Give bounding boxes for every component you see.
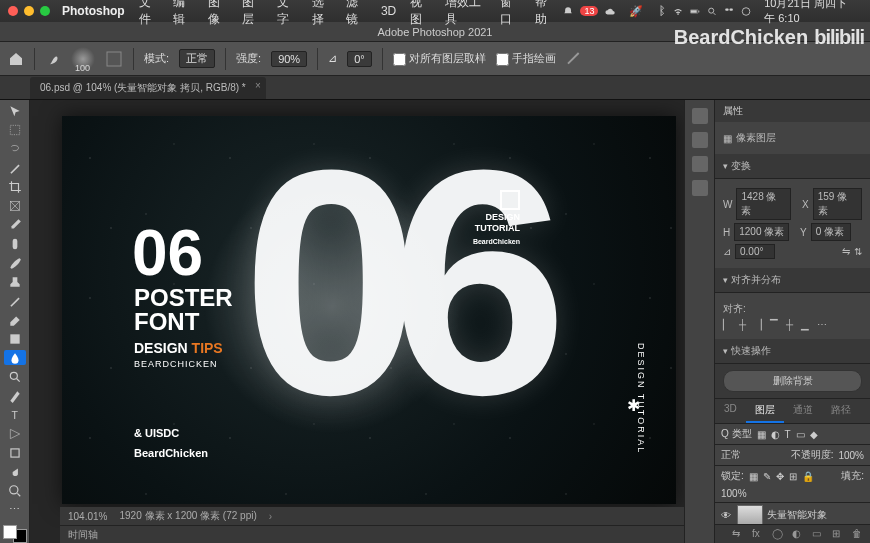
frame-tool[interactable]	[4, 199, 26, 214]
lasso-tool[interactable]	[4, 142, 26, 157]
history-brush-tool[interactable]	[4, 294, 26, 309]
blend-mode-select[interactable]: 正常	[179, 49, 215, 68]
filter-adjust-icon[interactable]: ◐	[771, 429, 780, 440]
delete-layer-icon[interactable]: 🗑	[852, 528, 864, 540]
menubar-clock[interactable]: 10月21日 周四下午 6:10	[758, 0, 862, 26]
pen-tool[interactable]	[4, 388, 26, 403]
y-input[interactable]: 0 像素	[811, 223, 851, 241]
gradient-tool[interactable]	[4, 331, 26, 346]
dodge-tool[interactable]	[4, 369, 26, 384]
angle-input[interactable]: 0.00°	[735, 244, 775, 259]
notification-icon[interactable]	[563, 5, 573, 18]
panel-icon-3[interactable]	[692, 156, 708, 172]
menu-plugins[interactable]: 增效工具	[439, 0, 492, 28]
layer-name[interactable]: 失量智能对象	[767, 508, 827, 522]
layer-mask-icon[interactable]: ◯	[772, 528, 784, 540]
panel-icon-1[interactable]	[692, 108, 708, 124]
menu-layer[interactable]: 图层	[236, 0, 269, 28]
shape-tool[interactable]	[4, 445, 26, 460]
filter-shape-icon[interactable]: ▭	[796, 429, 805, 440]
properties-tab[interactable]: 属性	[715, 100, 870, 122]
layer-row[interactable]: 👁失量智能对象	[715, 503, 870, 524]
layer-thumbnail[interactable]	[737, 505, 763, 524]
lock-paint-icon[interactable]: ✎	[763, 471, 771, 482]
layer-fx-icon[interactable]: fx	[752, 528, 764, 540]
lock-all-icon[interactable]: 🔒	[802, 471, 814, 482]
pressure-icon[interactable]	[566, 51, 582, 67]
canvas-area[interactable]: 06 06 POSTER FONT DESIGN TIPS BEARDCHICK…	[30, 100, 684, 543]
align-section[interactable]: 对齐并分布	[715, 268, 870, 293]
bluetooth-icon[interactable]	[656, 5, 666, 18]
menu-edit[interactable]: 编辑	[167, 0, 200, 28]
filter-pixel-icon[interactable]: ▦	[757, 429, 766, 440]
zoom-window-icon[interactable]	[40, 6, 50, 16]
zoom-tool[interactable]	[4, 483, 26, 498]
remove-background-button[interactable]: 删除背景	[723, 370, 862, 392]
angle-input[interactable]: 0°	[347, 51, 372, 67]
lock-nest-icon[interactable]: ⊞	[789, 471, 797, 482]
x-input[interactable]: 159 像素	[813, 188, 862, 220]
close-tab-icon[interactable]: ×	[255, 80, 261, 91]
crop-tool[interactable]	[4, 180, 26, 195]
battery-icon[interactable]	[690, 5, 700, 18]
menu-view[interactable]: 视图	[404, 0, 437, 28]
layer-filter-kind[interactable]: Q 类型	[721, 427, 752, 441]
menu-3d[interactable]: 3D	[375, 4, 402, 18]
align-bottom-icon[interactable]: ▁	[801, 319, 809, 330]
doc-dimensions[interactable]: 1920 像素 x 1200 像素 (72 ppi)	[119, 509, 256, 523]
smudge-tool[interactable]	[4, 350, 26, 365]
eraser-tool[interactable]	[4, 312, 26, 327]
foreground-color[interactable]	[3, 525, 17, 539]
finger-painting-checkbox[interactable]: 手指绘画	[496, 51, 556, 66]
panel-icon-4[interactable]	[692, 180, 708, 196]
filter-smart-icon[interactable]: ◆	[810, 429, 818, 440]
brush-preview[interactable]: 100	[71, 47, 95, 71]
brush-tool[interactable]	[4, 256, 26, 271]
new-layer-icon[interactable]: ⊞	[832, 528, 844, 540]
align-right-icon[interactable]: ▕	[754, 319, 762, 330]
visibility-toggle-icon[interactable]: 👁	[719, 509, 733, 521]
menu-image[interactable]: 图像	[202, 0, 235, 28]
wand-tool[interactable]	[4, 161, 26, 176]
edit-toolbar[interactable]: ⋯	[4, 502, 26, 517]
transform-section[interactable]: 变换	[715, 154, 870, 179]
width-input[interactable]: 1428 像素	[736, 188, 791, 220]
panel-icon-2[interactable]	[692, 132, 708, 148]
cloud-icon[interactable]	[605, 5, 615, 18]
tab-paths[interactable]: 路径	[822, 399, 860, 423]
move-tool[interactable]	[4, 104, 26, 119]
timeline-panel-tab[interactable]: 时间轴	[60, 525, 684, 543]
sample-all-layers-checkbox[interactable]: 对所有图层取样	[393, 51, 486, 66]
color-swatches[interactable]	[3, 525, 27, 543]
path-tool[interactable]	[4, 426, 26, 441]
smudge-tool-icon[interactable]	[45, 51, 61, 67]
tab-layers[interactable]: 图层	[746, 399, 784, 423]
fill-input[interactable]: 100%	[721, 488, 747, 499]
link-layers-icon[interactable]: ⇆	[732, 528, 744, 540]
brush-settings-icon[interactable]	[105, 50, 123, 68]
control-center-icon[interactable]	[724, 5, 734, 18]
menu-filter[interactable]: 滤镜	[340, 0, 373, 28]
document-tab[interactable]: 06.psd @ 104% (失量智能对象 拷贝, RGB/8) *×	[30, 77, 266, 99]
filter-type-icon[interactable]: T	[785, 429, 791, 440]
flip-v-icon[interactable]: ⇅	[854, 246, 862, 257]
wifi-icon[interactable]	[673, 5, 683, 18]
zoom-level[interactable]: 104.01%	[68, 511, 107, 522]
window-controls[interactable]	[8, 6, 50, 16]
align-top-icon[interactable]: ▔	[770, 319, 778, 330]
height-input[interactable]: 1200 像素	[734, 223, 789, 241]
hand-tool[interactable]	[4, 464, 26, 479]
opacity-input[interactable]: 100%	[838, 450, 864, 461]
marquee-tool[interactable]	[4, 123, 26, 138]
document-canvas[interactable]: 06 06 POSTER FONT DESIGN TIPS BEARDCHICK…	[62, 116, 676, 504]
quick-actions-section[interactable]: 快速操作	[715, 339, 870, 364]
adjustment-layer-icon[interactable]: ◐	[792, 528, 804, 540]
group-icon[interactable]: ▭	[812, 528, 824, 540]
search-icon[interactable]	[707, 5, 717, 18]
heal-tool[interactable]	[4, 237, 26, 252]
close-window-icon[interactable]	[8, 6, 18, 16]
menu-file[interactable]: 文件	[133, 0, 166, 28]
eyedropper-tool[interactable]	[4, 218, 26, 233]
tab-3d[interactable]: 3D	[715, 399, 746, 423]
menu-help[interactable]: 帮助	[529, 0, 562, 28]
